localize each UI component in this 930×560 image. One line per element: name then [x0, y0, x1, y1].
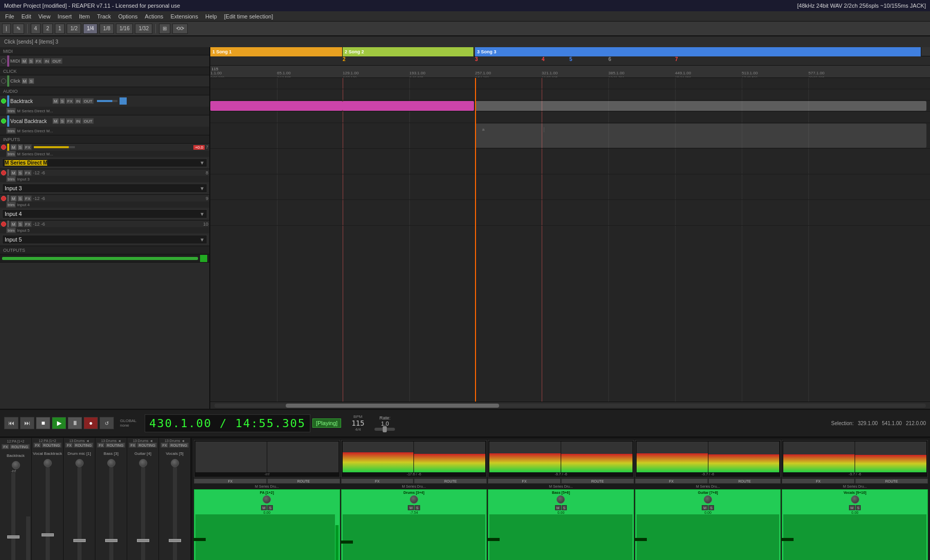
bass-fx[interactable]: FX [97, 443, 105, 448]
dm-fader-track[interactable] [77, 467, 82, 560]
stop-button[interactable]: ■ [36, 417, 50, 429]
pa-fader-handle[interactable] [193, 538, 206, 541]
drums-fx-btn[interactable]: FX [341, 478, 414, 484]
region-song2[interactable]: 2 Song 2 [343, 47, 474, 56]
gtr-routing[interactable]: ROUTING [137, 443, 156, 448]
pencil-tool[interactable]: ✎ [13, 24, 24, 34]
rate-slider[interactable] [374, 428, 395, 431]
pa-s-btn[interactable]: S [267, 505, 273, 510]
midi-mute[interactable]: M [21, 58, 28, 64]
menu-file[interactable]: File [2, 12, 17, 21]
vocal-in[interactable]: IN [74, 118, 82, 124]
input-3-timeline-track[interactable] [210, 149, 930, 174]
menu-item[interactable]: Item [76, 12, 93, 21]
drums-fader-handle[interactable] [341, 541, 353, 544]
rate-slider-handle[interactable] [383, 426, 387, 432]
dm-pan-knob[interactable] [75, 459, 84, 467]
voc-fader-handle[interactable] [169, 539, 181, 542]
big-channel-vocals[interactable]: Vocals [9+10] M S 0.00 16 [782, 489, 928, 560]
backtrack-color-swatch[interactable] [120, 97, 127, 105]
midi-timeline-track[interactable] [210, 78, 930, 89]
voc-fader-track[interactable] [173, 467, 177, 560]
dm-fader-handle[interactable] [73, 539, 86, 542]
vocal-mute[interactable]: M [52, 118, 59, 124]
input-5-rec[interactable] [1, 222, 6, 227]
loop-btn[interactable]: ⟲⟳ [172, 24, 188, 34]
input-5-solo[interactable]: S [17, 221, 23, 227]
forward-button[interactable]: ⏭ [20, 417, 34, 429]
h-scrollbar-track[interactable] [214, 404, 926, 408]
backtrack-out[interactable]: OUT [82, 98, 94, 104]
gtr-fx[interactable]: FX [129, 443, 136, 448]
bass-fx-btn[interactable]: FX [488, 478, 561, 484]
input-4-box[interactable]: Input 4 ▼ [2, 209, 207, 218]
input-3-fx[interactable]: FX [24, 170, 32, 176]
quantize-16th[interactable]: 1/16 [116, 24, 133, 34]
input-m-series-box[interactable]: M Series Direct M ▼ [2, 158, 207, 167]
input-3-mute[interactable]: M [10, 170, 17, 176]
input-3-solo[interactable]: S [17, 170, 23, 176]
menu-options[interactable]: Options [115, 12, 141, 21]
backtrack-clip-3[interactable] [475, 101, 926, 111]
vocal-rec[interactable] [1, 118, 6, 124]
vocals-route-btn[interactable]: ROUTE [855, 478, 928, 484]
input-4-timeline-track[interactable] [210, 174, 930, 200]
loop-button[interactable]: ↺ [100, 417, 114, 429]
vb-routing[interactable]: ROUTING [42, 443, 61, 448]
bt-fader-track[interactable] [11, 473, 15, 560]
big-channel-drums[interactable]: Drums [3+4] M S -7.54 13 [341, 489, 487, 560]
midi-fx[interactable]: FX [34, 58, 43, 64]
vocal-fx[interactable]: FX [66, 118, 74, 124]
pa-fader-bg[interactable] [195, 514, 335, 560]
input-4-fx[interactable]: FX [24, 195, 32, 202]
input-4-trim[interactable]: trim [6, 202, 16, 208]
input-m-mute[interactable]: M [10, 144, 17, 150]
vocals-s-btn[interactable]: S [856, 505, 861, 510]
menu-edit[interactable]: Edit [18, 12, 34, 21]
input-m-rec[interactable] [1, 145, 6, 150]
guitar-m-btn[interactable]: M [702, 505, 708, 510]
vb-fx[interactable]: FX [33, 443, 41, 448]
guitar-s-btn[interactable]: S [708, 505, 714, 510]
voc-routing[interactable]: ROUTING [169, 443, 188, 448]
input-4-rec[interactable] [1, 196, 6, 201]
bass-route-btn[interactable]: ROUTE [561, 478, 634, 484]
quantize-1[interactable]: 1 [55, 24, 65, 34]
click-timeline-track[interactable] [210, 89, 930, 101]
input-m-fx[interactable]: FX [24, 144, 32, 150]
big-channel-pa[interactable]: PA [1+2] M S 0.00 12 [194, 489, 340, 560]
gtr-fader-handle[interactable] [137, 539, 149, 542]
bass-fader-handle[interactable] [487, 538, 500, 541]
midi-out[interactable]: OUT [51, 58, 63, 64]
quantize-quarter[interactable]: 1/4 [83, 24, 97, 34]
bass-routing[interactable]: ROUTING [105, 443, 125, 448]
input-5-trim[interactable]: trim [6, 227, 16, 233]
input-5-mute[interactable]: M [10, 221, 17, 227]
record-button[interactable]: ● [84, 417, 98, 429]
pa-fx-btn[interactable]: FX [194, 478, 267, 484]
menu-help[interactable]: Help [202, 12, 220, 21]
vocals-fader-handle[interactable] [781, 538, 794, 541]
backtrack-mute[interactable]: M [52, 98, 59, 104]
pause-button[interactable]: ⏸ [68, 417, 82, 429]
menu-extensions[interactable]: Extensions [167, 12, 201, 21]
bass-m-btn[interactable]: M [555, 505, 561, 510]
big-channel-bass[interactable]: Bass [5+6] M S 0.00 14 [488, 489, 634, 560]
gtr-fader-track[interactable] [141, 467, 145, 560]
menu-track[interactable]: Track [94, 12, 114, 21]
region-song3[interactable]: 3 Song 3 [475, 47, 921, 56]
input-5-fx[interactable]: FX [24, 221, 32, 227]
bass-pan-knob[interactable] [107, 459, 115, 467]
input-m-solo[interactable]: S [17, 144, 23, 150]
gtr-pan-knob[interactable] [139, 459, 147, 467]
bass-big-knob[interactable] [557, 495, 565, 504]
drums-s-btn[interactable]: S [414, 505, 420, 510]
h-scrollbar-thumb[interactable] [286, 404, 499, 408]
vocal-send[interactable]: trim [6, 128, 16, 134]
drums-knob[interactable] [410, 495, 418, 504]
pa-route-btn[interactable]: ROUTE [267, 478, 340, 484]
big-channel-guitar[interactable]: Guitar [7+8] M S 0.00 15 [635, 489, 781, 560]
input-4-solo[interactable]: S [17, 195, 23, 202]
quantize-2[interactable]: 2 [43, 24, 53, 34]
quantize-eighth[interactable]: 1/8 [100, 24, 114, 34]
